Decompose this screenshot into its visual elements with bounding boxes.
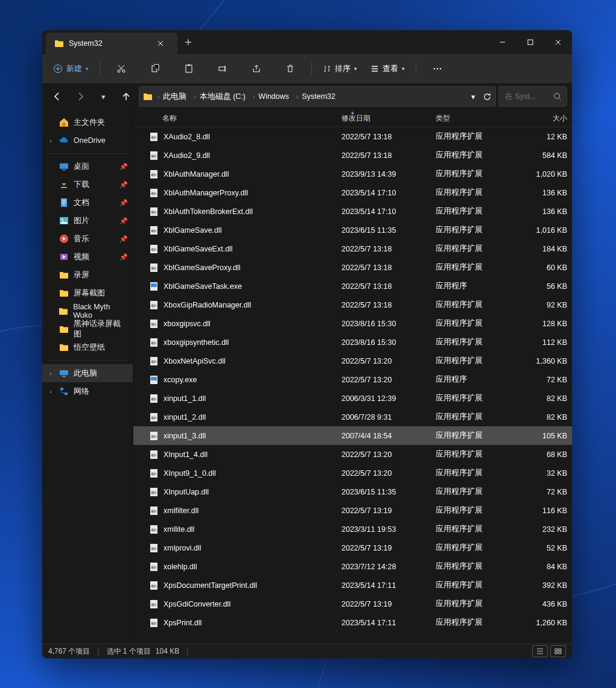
- maximize-button[interactable]: [516, 30, 544, 54]
- breadcrumb[interactable]: ›本地磁盘 (C:): [191, 92, 248, 102]
- new-tab-button[interactable]: [177, 30, 199, 54]
- sidebar-item-quick[interactable]: 音乐📌: [42, 230, 133, 248]
- svg-rect-107: [559, 652, 561, 654]
- file-row[interactable]: XblGameSaveTask.exe2022/5/7 13:18应用程序56 …: [133, 277, 572, 295]
- new-button[interactable]: 新建 ▾: [48, 58, 94, 79]
- svg-point-76: [154, 453, 157, 456]
- file-row[interactable]: xinput1_3.dll2007/4/4 18:54应用程序扩展105 KB: [133, 426, 572, 445]
- file-row[interactable]: xcopy.exe2022/5/7 13:20应用程序72 KB: [133, 370, 572, 389]
- status-size: 104 KB: [156, 647, 179, 655]
- file-type: 应用程序扩展: [431, 543, 513, 553]
- file-row[interactable]: XAudio2_8.dll2022/5/7 13:18应用程序扩展12 KB: [133, 127, 572, 146]
- copy-button[interactable]: [140, 58, 170, 79]
- status-total: 4,767 个项目: [48, 646, 90, 657]
- window-controls: [489, 30, 572, 54]
- back-button[interactable]: [47, 87, 68, 106]
- file-row[interactable]: XblGameSave.dll2023/6/15 11:35应用程序扩展1,01…: [133, 221, 572, 239]
- sidebar-item-network[interactable]: ›网络: [42, 382, 133, 400]
- svg-point-33: [154, 173, 157, 176]
- sidebar-item-quick[interactable]: 视频📌: [42, 248, 133, 266]
- sidebar-item-quick[interactable]: Black Myth Wuko: [42, 302, 133, 320]
- breadcrumb[interactable]: ›Windows: [250, 92, 291, 101]
- file-row[interactable]: XInput1_4.dll2022/5/7 13:20应用程序扩展68 KB: [133, 445, 572, 464]
- pin-icon: 📌: [119, 235, 128, 243]
- search-box[interactable]: [498, 86, 567, 107]
- file-row[interactable]: xmlprovi.dll2022/5/7 13:19应用程序扩展52 KB: [133, 538, 572, 557]
- forward-button[interactable]: [70, 87, 90, 106]
- file-size: 128 KB: [513, 320, 572, 328]
- file-row[interactable]: XblAuthTokenBrokerExt.dll2023/5/14 17:10…: [133, 202, 572, 221]
- file-row[interactable]: XblGameSaveExt.dll2022/5/7 13:18应用程序扩展18…: [133, 239, 572, 258]
- sidebar-item-quick[interactable]: 黑神话录屏截图: [42, 320, 133, 338]
- column-header-type[interactable]: 类型: [431, 113, 513, 124]
- file-row[interactable]: xinput1_2.dll2006/7/28 9:31应用程序扩展82 KB: [133, 408, 572, 426]
- sidebar-item-this-pc[interactable]: ›此电脑: [42, 364, 133, 382]
- refresh-icon[interactable]: [483, 92, 492, 101]
- recent-button[interactable]: ▾: [93, 87, 113, 106]
- share-button[interactable]: [241, 58, 271, 79]
- file-row[interactable]: XAudio2_9.dll2022/5/7 13:18应用程序扩展584 KB: [133, 146, 572, 165]
- view-button[interactable]: 查看 ▾: [366, 58, 410, 79]
- file-icon: [149, 319, 159, 329]
- file-row[interactable]: XblAuthManager.dll2023/9/13 14:39应用程序扩展1…: [133, 165, 572, 183]
- file-row[interactable]: XpsPrint.dll2023/5/14 17:11应用程序扩展1,260 K…: [133, 613, 572, 632]
- sidebar-item-home[interactable]: 主文件夹: [42, 113, 133, 131]
- file-name: XblAuthManager.dll: [164, 170, 229, 178]
- file-date: 2022/5/7 13:18: [337, 264, 431, 272]
- sidebar-item-quick[interactable]: 下载📌: [42, 175, 133, 194]
- more-button[interactable]: [422, 58, 452, 79]
- file-row[interactable]: XpsGdiConverter.dll2022/5/7 13:19应用程序扩展4…: [133, 595, 572, 613]
- view-details-button[interactable]: [532, 645, 548, 657]
- file-name: xboxgipsynthetic.dll: [164, 338, 229, 347]
- breadcrumb[interactable]: ›System32: [294, 92, 338, 101]
- sidebar-item-quick[interactable]: 悟空壁纸: [42, 338, 133, 356]
- cut-button[interactable]: [106, 58, 136, 79]
- file-row[interactable]: xolehlp.dll2023/7/12 14:28应用程序扩展84 KB: [133, 557, 572, 576]
- view-icons-button[interactable]: [550, 645, 566, 657]
- file-row[interactable]: XblGameSaveProxy.dll2022/5/7 13:18应用程序扩展…: [133, 258, 572, 277]
- file-row[interactable]: xboxgipsvc.dll2023/8/16 15:30应用程序扩展128 K…: [133, 314, 572, 333]
- svg-rect-64: [151, 377, 157, 380]
- chevron-down-icon[interactable]: ▾: [468, 92, 479, 101]
- tab-active[interactable]: System32: [46, 33, 177, 54]
- file-icon: [149, 431, 159, 441]
- file-icon: [149, 543, 159, 553]
- sort-button[interactable]: 排序 ▾: [318, 58, 362, 79]
- file-row[interactable]: XInput9_1_0.dll2022/5/7 13:20应用程序扩展32 KB: [133, 464, 572, 482]
- paste-button[interactable]: [174, 58, 204, 79]
- tab-close-button[interactable]: [152, 40, 169, 46]
- file-row[interactable]: XboxNetApiSvc.dll2022/5/7 13:20应用程序扩展1,3…: [133, 352, 572, 370]
- sidebar-item-quick[interactable]: 屏幕截图: [42, 284, 133, 302]
- svg-rect-5: [186, 65, 192, 72]
- minimize-button[interactable]: [489, 30, 516, 54]
- folder-icon: [54, 39, 64, 48]
- sidebar-item-onedrive[interactable]: ›OneDrive: [42, 131, 133, 150]
- file-list[interactable]: XAudio2_8.dll2022/5/7 13:18应用程序扩展12 KBXA…: [133, 127, 572, 643]
- breadcrumb[interactable]: ›此电脑: [155, 92, 189, 102]
- file-row[interactable]: xinput1_1.dll2006/3/31 12:39应用程序扩展82 KB: [133, 389, 572, 408]
- search-input[interactable]: [504, 92, 550, 101]
- file-row[interactable]: XpsDocumentTargetPrint.dll2023/5/14 17:1…: [133, 576, 572, 595]
- sidebar-item-quick[interactable]: 录屏: [42, 266, 133, 284]
- column-header-name[interactable]: 名称: [144, 113, 337, 124]
- close-button[interactable]: [544, 30, 572, 54]
- view-label: 查看: [383, 63, 398, 74]
- file-size: 52 KB: [513, 544, 572, 552]
- column-header-size[interactable]: 大小: [513, 113, 572, 124]
- file-name: xolehlp.dll: [164, 563, 197, 571]
- sidebar-item-quick[interactable]: 图片📌: [42, 212, 133, 230]
- sidebar-item-quick[interactable]: 文档📌: [42, 194, 133, 212]
- svg-rect-14: [62, 169, 66, 171]
- file-row[interactable]: xboxgipsynthetic.dll2023/8/16 15:30应用程序扩…: [133, 333, 572, 352]
- file-row[interactable]: xmllite.dll2023/3/11 19:53应用程序扩展232 KB: [133, 520, 572, 538]
- sidebar-item-quick[interactable]: 桌面📌: [42, 157, 133, 175]
- delete-button[interactable]: [275, 58, 305, 79]
- file-size: 68 KB: [513, 450, 572, 459]
- addressbar[interactable]: ›此电脑 ›本地磁盘 (C:) ›Windows ›System32 ▾: [139, 86, 496, 107]
- file-row[interactable]: xmlfilter.dll2022/5/7 13:19应用程序扩展116 KB: [133, 501, 572, 520]
- file-row[interactable]: XInputUap.dll2023/6/15 11:35应用程序扩展72 KB: [133, 482, 572, 501]
- up-button[interactable]: [116, 87, 136, 106]
- file-row[interactable]: XblAuthManagerProxy.dll2023/5/14 17:10应用…: [133, 183, 572, 202]
- rename-button[interactable]: [208, 58, 238, 79]
- file-row[interactable]: XboxGipRadioManager.dll2022/5/7 13:18应用程…: [133, 295, 572, 314]
